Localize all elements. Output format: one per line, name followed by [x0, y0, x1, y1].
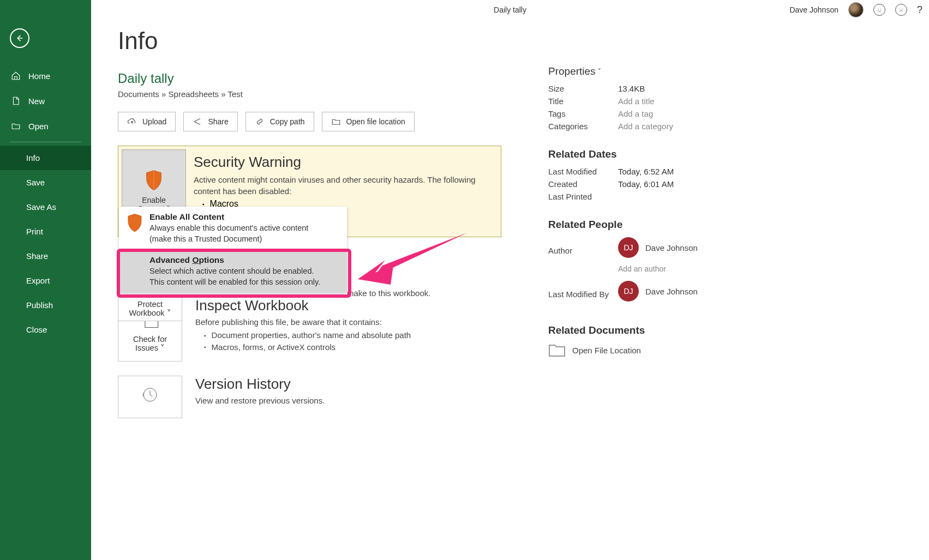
user-avatar[interactable] [848, 2, 864, 17]
modified-by-label: Last Modified By [548, 290, 618, 299]
back-button[interactable] [10, 28, 29, 48]
nav-export[interactable]: Export [0, 268, 91, 293]
nav-label: Info [26, 153, 40, 162]
button-label: Workbook [129, 309, 164, 317]
related-docs-heading: Related Documents [548, 324, 745, 336]
modified-by-person[interactable]: DJ Dave Johnson [618, 281, 698, 302]
feedback-frown-icon[interactable] [895, 4, 907, 16]
svg-marker-5 [358, 266, 393, 285]
author-label: Author [548, 246, 618, 255]
item-desc: This content will be enabled for this se… [149, 277, 320, 288]
document-title: Daily tally [494, 5, 526, 14]
nav-info[interactable]: Info [0, 146, 91, 170]
item-desc: Always enable this document's active con… [149, 223, 308, 234]
share-button[interactable]: Share [183, 112, 237, 131]
breadcrumb[interactable]: Documents » Spreadsheets » Test [118, 89, 929, 99]
folder-icon [548, 343, 566, 357]
button-label: Protect [118, 300, 182, 309]
prop-last-modified: Last ModifiedToday, 6:52 AM [548, 167, 745, 176]
protect-workbook-button[interactable]: Protect Workbook ˅ [118, 295, 182, 321]
arrow-left-icon [15, 33, 25, 43]
upload-button[interactable]: Upload [118, 112, 176, 131]
feedback-smile-icon[interactable] [873, 4, 885, 16]
author-avatar: DJ [618, 237, 639, 258]
section-text: View and restore previous versions. [195, 395, 325, 407]
nav-open[interactable]: Open [0, 113, 91, 139]
frown-icon [897, 6, 905, 14]
nav-share[interactable]: Share [0, 244, 91, 268]
button-label: Open file location [346, 117, 405, 126]
help-button[interactable]: ? [917, 4, 922, 16]
item-desc: (make this a Trusted Document) [149, 234, 308, 245]
svg-marker-4 [374, 233, 467, 276]
nav-divider [10, 142, 81, 142]
properties-panel: Properties˅ Size13.4KB TitleAdd a title … [548, 65, 745, 357]
prop-created: CreatedToday, 6:01 AM [548, 179, 745, 189]
user-name[interactable]: Dave Johnson [789, 5, 838, 14]
link-icon [255, 117, 265, 127]
modifier-name: Dave Johnson [645, 287, 698, 296]
nav-new[interactable]: New [0, 88, 91, 113]
button-label: Enable [142, 196, 166, 204]
section-title: Version History [195, 376, 325, 393]
nav-label: Open [28, 122, 49, 131]
prop-last-printed: Last Printed [548, 192, 745, 201]
history-icon [138, 385, 162, 405]
nav-label: Share [26, 251, 48, 261]
inspect-bullet: Document properties, author's name and a… [204, 329, 411, 341]
related-people-heading: Related People [548, 219, 745, 231]
nav-label: Save [26, 178, 45, 187]
nav-label: Close [26, 325, 47, 334]
svg-point-2 [900, 9, 900, 9]
folder-icon [331, 117, 341, 127]
cloud-upload-icon [127, 117, 137, 127]
nav-publish[interactable]: Publish [0, 293, 91, 317]
author-name: Dave Johnson [645, 243, 698, 252]
prop-tags[interactable]: TagsAdd a tag [548, 109, 745, 118]
open-location-button[interactable]: Open file location [322, 112, 415, 131]
inspect-bullet: Macros, forms, or ActiveX controls [204, 341, 411, 353]
item-title: Enable All Content [149, 212, 308, 222]
add-author-link[interactable]: Add an author [618, 264, 745, 273]
svg-point-3 [902, 9, 902, 9]
author-person[interactable]: DJ Dave Johnson [618, 237, 698, 258]
enable-content-dropdown: Enable All Content Always enable this do… [119, 207, 347, 293]
file-name: Daily tally [118, 71, 929, 86]
properties-heading[interactable]: Properties˅ [548, 65, 745, 77]
nav-label: Print [26, 227, 43, 236]
section-text: Before publishing this file, be aware th… [195, 316, 411, 328]
prop-size: Size13.4KB [548, 84, 745, 93]
chevron-down-icon: ˅ [598, 68, 601, 75]
backstage-sidebar: Home New Open Info Save Save As Print Sh… [0, 0, 91, 560]
main-content: Info Daily tally Documents » Spreadsheet… [118, 27, 929, 560]
link-label: Open File Location [572, 346, 641, 355]
smile-icon [876, 6, 883, 14]
page-title: Info [118, 27, 929, 55]
nav-label: Save As [26, 202, 56, 212]
enable-all-content-item[interactable]: Enable All Content Always enable this do… [119, 207, 347, 250]
button-label: Upload [142, 117, 166, 126]
nav-close[interactable]: Close [0, 317, 91, 342]
advanced-options-item[interactable]: Advanced Options Select which active con… [119, 250, 347, 293]
nav-save[interactable]: Save [0, 170, 91, 195]
prop-title[interactable]: TitleAdd a title [548, 97, 745, 106]
action-row: Upload Share Copy path Open file locatio… [118, 112, 929, 131]
title-bar: Daily tally Dave Johnson ? [91, 0, 929, 20]
prop-categories[interactable]: CategoriesAdd a category [548, 122, 745, 131]
svg-point-0 [878, 9, 878, 9]
copy-path-button[interactable]: Copy path [245, 112, 314, 131]
nav-label: Export [26, 276, 50, 285]
folder-open-icon [11, 121, 21, 131]
nav-save-as[interactable]: Save As [0, 195, 91, 219]
nav-home[interactable]: Home [0, 63, 91, 88]
open-file-location-link[interactable]: Open File Location [548, 343, 745, 357]
item-title: Advanced Options [149, 255, 320, 265]
nav-print[interactable]: Print [0, 219, 91, 244]
item-desc: Select which active content should be en… [149, 266, 320, 277]
button-label: Check for [133, 335, 167, 344]
version-history-button[interactable] [118, 376, 182, 418]
svg-point-1 [880, 9, 880, 9]
share-icon [193, 117, 202, 127]
button-label: Copy path [270, 117, 305, 126]
version-history-section: Version History View and restore previou… [118, 376, 532, 418]
